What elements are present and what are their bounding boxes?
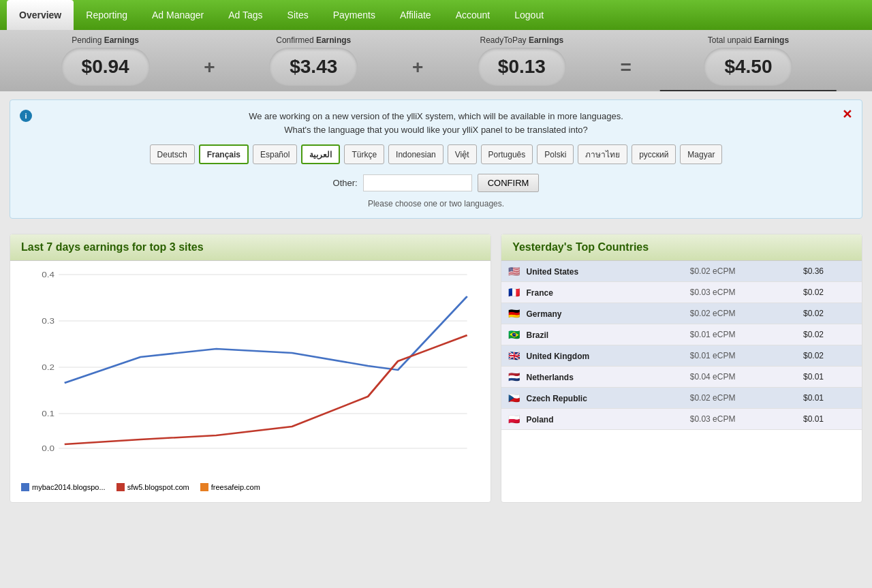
table-row: 🇺🇸 United States $0.02 eCPM $0.36 xyxy=(501,261,862,282)
country-earn: $0.02 xyxy=(796,282,862,303)
country-ecpm: $0.02 eCPM xyxy=(683,388,796,409)
country-flag-name: 🇧🇷 Brazil xyxy=(501,324,683,345)
legend-item-0: mybac2014.blogspo... xyxy=(21,483,106,491)
country-name: Netherlands xyxy=(526,373,573,382)
lang-btn-1[interactable]: Français xyxy=(199,144,249,164)
nav-adtags[interactable]: Ad Tags xyxy=(216,0,275,30)
country-earn: $0.02 xyxy=(796,324,862,345)
svg-text:0.4: 0.4 xyxy=(42,270,54,279)
language-buttons: DeutschFrançaisEspañolالعربيةTürkçeIndon… xyxy=(24,144,848,164)
total-label-bold: Earnings xyxy=(754,35,789,45)
country-earn: $0.01 xyxy=(796,388,862,409)
close-button[interactable]: ✕ xyxy=(842,107,852,122)
table-row: 🇬🇧 United Kingdom $0.01 eCPM $0.02 xyxy=(501,345,862,367)
country-earn: $0.02 xyxy=(796,345,862,367)
nav-reporting[interactable]: Reporting xyxy=(74,0,140,30)
country-name: Brazil xyxy=(526,330,548,340)
plus2: + xyxy=(405,57,430,78)
country-flag-name: 🇩🇪 Germany xyxy=(501,303,683,324)
flag-icon: 🇨🇿 xyxy=(508,392,520,403)
flag-icon: 🇺🇸 xyxy=(508,266,520,277)
country-flag-name: 🇫🇷 France xyxy=(501,282,683,303)
plus1: + xyxy=(197,57,221,78)
lang-btn-11[interactable]: Magyar xyxy=(680,144,722,164)
confirmed-label-bold: Earnings xyxy=(316,35,351,45)
nav-payments[interactable]: Payments xyxy=(321,0,388,30)
lang-btn-10[interactable]: русский xyxy=(632,144,676,164)
notif-text-2: What's the language that you would like … xyxy=(37,123,835,137)
info-icon: i xyxy=(20,110,32,122)
flag-icon: 🇩🇪 xyxy=(508,308,520,319)
country-name: Poland xyxy=(526,415,553,424)
total-earnings: Total unpaid Earnings $4.50 xyxy=(638,35,858,86)
country-name: France xyxy=(526,288,552,298)
countries-section: Yesterday's Top Countries 🇺🇸 United Stat… xyxy=(501,234,862,503)
pending-earnings: Pending Earnings $0.94 xyxy=(14,35,197,86)
total-value: $4.50 xyxy=(704,48,792,86)
notif-hint: Please choose one or two languages. xyxy=(24,199,848,208)
lang-btn-0[interactable]: Deutsch xyxy=(150,144,195,164)
confirm-button[interactable]: CONFIRM xyxy=(478,174,540,192)
country-name: Czech Republic xyxy=(526,394,587,403)
lang-btn-9[interactable]: ภาษาไทย xyxy=(578,144,627,164)
countries-table: 🇺🇸 United States $0.02 eCPM $0.36 🇫🇷 Fra… xyxy=(501,261,862,430)
chart-legend: mybac2014.blogspo...sfw5.blogspot.comfre… xyxy=(10,479,490,495)
country-name: Germany xyxy=(526,309,561,319)
lang-btn-7[interactable]: Português xyxy=(481,144,533,164)
lang-btn-6[interactable]: Việt xyxy=(448,144,477,164)
chart-area: 0.4 0.3 0.2 0.1 0.0 xyxy=(10,261,490,479)
table-row: 🇵🇱 Poland $0.03 eCPM $0.01 xyxy=(501,409,862,430)
readytopay-label-bold: Earnings xyxy=(529,35,563,45)
notif-text-1: We are working on a new version of the y… xyxy=(37,110,835,123)
lang-btn-4[interactable]: Türkçe xyxy=(344,144,384,164)
main-nav: Overview Reporting Ad Manager Ad Tags Si… xyxy=(0,0,872,30)
nav-overview[interactable]: Overview xyxy=(7,0,74,30)
nav-affiliate[interactable]: Affiliate xyxy=(388,0,443,30)
readytopay-value: $0.13 xyxy=(478,48,566,86)
earnings-chart: 0.4 0.3 0.2 0.1 0.0 xyxy=(17,268,484,459)
legend-item-1: sfw5.blogspot.com xyxy=(116,483,189,491)
lang-btn-3[interactable]: العربية xyxy=(301,144,340,164)
chart-title: Last 7 days earnings for top 3 sites xyxy=(10,234,490,261)
table-row: 🇳🇱 Netherlands $0.04 eCPM $0.01 xyxy=(501,367,862,388)
lang-btn-2[interactable]: Español xyxy=(253,144,297,164)
total-label: Total unpaid xyxy=(708,35,754,45)
country-earn: $0.01 xyxy=(796,409,862,430)
other-input[interactable] xyxy=(363,174,472,191)
lang-btn-8[interactable]: Polski xyxy=(537,144,574,164)
country-flag-name: 🇳🇱 Netherlands xyxy=(501,367,683,388)
flag-icon: 🇵🇱 xyxy=(508,414,520,424)
country-ecpm: $0.02 eCPM xyxy=(683,303,796,324)
nav-logout[interactable]: Logout xyxy=(502,0,556,30)
country-ecpm: $0.04 eCPM xyxy=(683,367,796,388)
countries-title: Yesterday's Top Countries xyxy=(501,234,862,261)
svg-text:0.1: 0.1 xyxy=(42,409,54,418)
lang-btn-5[interactable]: Indonesian xyxy=(388,144,443,164)
nav-admanager[interactable]: Ad Manager xyxy=(140,0,216,30)
earnings-bar: Pending Earnings $0.94 + Confirmed Earni… xyxy=(0,30,872,91)
confirmed-earnings: Confirmed Earnings $3.43 xyxy=(222,35,405,86)
country-earn: $0.36 xyxy=(796,261,862,282)
equals: = xyxy=(614,57,638,78)
table-row: 🇩🇪 Germany $0.02 eCPM $0.02 xyxy=(501,303,862,324)
readytopay-earnings: ReadyToPay Earnings $0.13 xyxy=(430,35,613,86)
country-ecpm: $0.02 eCPM xyxy=(683,261,796,282)
country-flag-name: 🇺🇸 United States xyxy=(501,261,683,282)
nav-sites[interactable]: Sites xyxy=(275,0,321,30)
table-row: 🇫🇷 France $0.03 eCPM $0.02 xyxy=(501,282,862,303)
flag-icon: 🇫🇷 xyxy=(508,287,520,298)
svg-text:0.2: 0.2 xyxy=(42,363,54,372)
country-ecpm: $0.01 eCPM xyxy=(683,345,796,367)
flag-icon: 🇳🇱 xyxy=(508,371,520,382)
country-name: United Kingdom xyxy=(526,352,589,361)
svg-text:0.0: 0.0 xyxy=(42,444,54,453)
nav-account[interactable]: Account xyxy=(443,0,503,30)
pending-label-bold: Earnings xyxy=(104,35,139,45)
other-label: Other: xyxy=(333,178,358,188)
svg-text:0.3: 0.3 xyxy=(42,317,54,326)
chart-section: Last 7 days earnings for top 3 sites 0.4… xyxy=(10,234,491,503)
main-content: Last 7 days earnings for top 3 sites 0.4… xyxy=(0,227,872,510)
readytopay-label: ReadyToPay xyxy=(480,35,529,45)
notification-box: i ✕ We are working on a new version of t… xyxy=(10,99,862,219)
confirmed-label: Confirmed xyxy=(276,35,316,45)
